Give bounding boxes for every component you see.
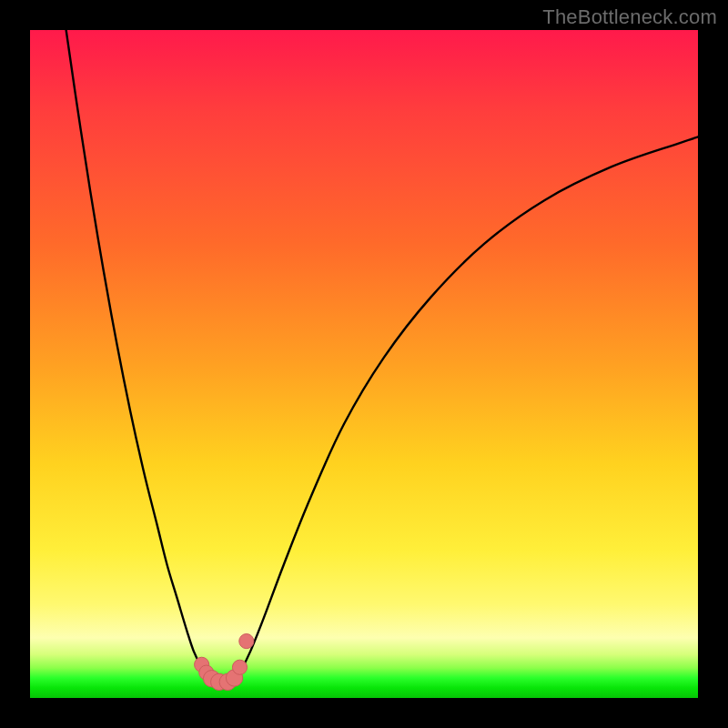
valley-marker-6 — [232, 660, 247, 674]
right-branch-path — [234, 136, 698, 681]
plot-area — [30, 30, 698, 698]
chart-frame: TheBottleneck.com — [0, 0, 728, 728]
watermark-text: TheBottleneck.com — [542, 5, 717, 29]
curve-group — [66, 30, 698, 684]
valley-marker-7 — [239, 634, 254, 649]
marker-group — [195, 634, 254, 691]
bottleneck-curve-svg — [30, 30, 698, 698]
left-branch-path — [66, 30, 213, 682]
